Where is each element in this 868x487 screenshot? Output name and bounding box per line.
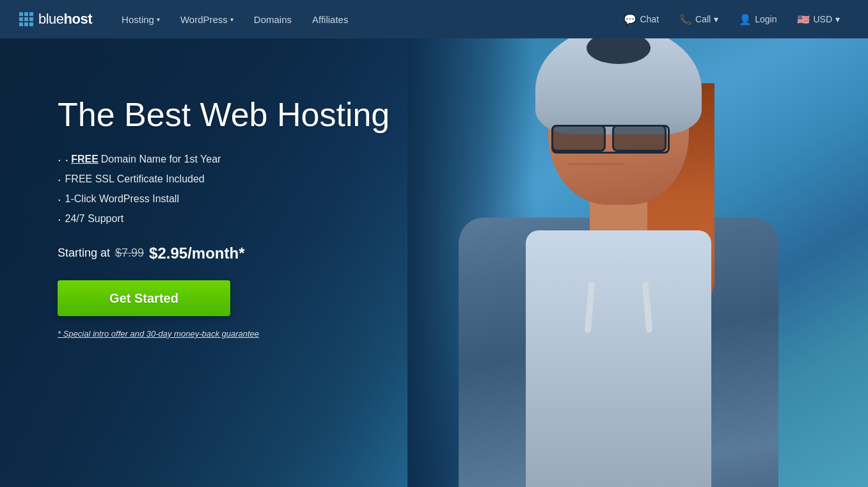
feature-support-text: 24/7 Support: [65, 213, 124, 225]
feature-support: 24/7 Support: [58, 212, 390, 227]
nav-item-domains[interactable]: Domains: [244, 0, 302, 38]
price-new: $2.95/month*: [149, 244, 244, 262]
nav-login-button[interactable]: 👤 Login: [730, 0, 785, 38]
hero-features-list: · FREE Domain Name for 1st Year FREE SSL…: [58, 152, 390, 227]
nav-call-button[interactable]: 📞 Call ▾: [670, 0, 727, 38]
nav-links: Hosting ▾ WordPress ▾ Domains Affiliates: [111, 0, 615, 38]
call-chevron-icon: ▾: [714, 14, 718, 24]
feature-domain-text: Domain Name for 1st Year: [101, 154, 221, 165]
pricing-line: Starting at $7.99 $2.95/month*: [58, 244, 390, 262]
hero-section: bluehost Hosting ▾ WordPress ▾ Domains A…: [0, 0, 868, 487]
person-glasses-right: [612, 125, 667, 152]
logo-grid-icon: [19, 12, 33, 26]
bullet-1: ·: [65, 152, 69, 167]
person-hoodie: [526, 230, 711, 487]
user-icon: 👤: [739, 13, 752, 26]
feature-ssl: FREE SSL Certificate Included: [58, 172, 390, 187]
hosting-chevron-icon: ▾: [157, 16, 160, 23]
person-smile: [567, 163, 625, 165]
nav-chat-button[interactable]: 💬 Chat: [615, 0, 668, 38]
get-started-button[interactable]: Get Started: [58, 280, 230, 316]
phone-icon: 📞: [679, 13, 692, 26]
nav-item-affiliates[interactable]: Affiliates: [302, 0, 358, 38]
hero-content: The Best Web Hosting · FREE Domain Name …: [58, 96, 390, 339]
free-domain-label: FREE: [71, 154, 99, 165]
flag-icon: 🇺🇸: [797, 13, 810, 26]
navbar: bluehost Hosting ▾ WordPress ▾ Domains A…: [0, 0, 868, 38]
wordpress-chevron-icon: ▾: [230, 16, 233, 23]
nav-right: 💬 Chat 📞 Call ▾ 👤 Login 🇺🇸 USD ▾: [615, 0, 849, 38]
person-glasses-left: [551, 125, 606, 152]
nav-item-hosting[interactable]: Hosting ▾: [111, 0, 170, 38]
feature-domain: · FREE Domain Name for 1st Year: [58, 152, 390, 167]
pricing-prefix: Starting at: [58, 246, 110, 260]
logo[interactable]: bluehost: [19, 11, 92, 28]
disclaimer-link[interactable]: * Special intro offer and 30-day money-b…: [58, 329, 259, 339]
hero-title: The Best Web Hosting: [58, 96, 390, 134]
chat-icon: 💬: [624, 13, 636, 26]
nav-item-wordpress[interactable]: WordPress ▾: [170, 0, 244, 38]
feature-wordpress: 1-Click WordPress Install: [58, 192, 390, 207]
price-original: $7.99: [115, 246, 144, 260]
currency-chevron-icon: ▾: [835, 14, 840, 24]
logo-text: bluehost: [38, 11, 92, 28]
nav-currency-button[interactable]: 🇺🇸 USD ▾: [788, 0, 849, 38]
feature-ssl-text: FREE SSL Certificate Included: [65, 173, 205, 185]
feature-wp-text: 1-Click WordPress Install: [65, 193, 179, 205]
